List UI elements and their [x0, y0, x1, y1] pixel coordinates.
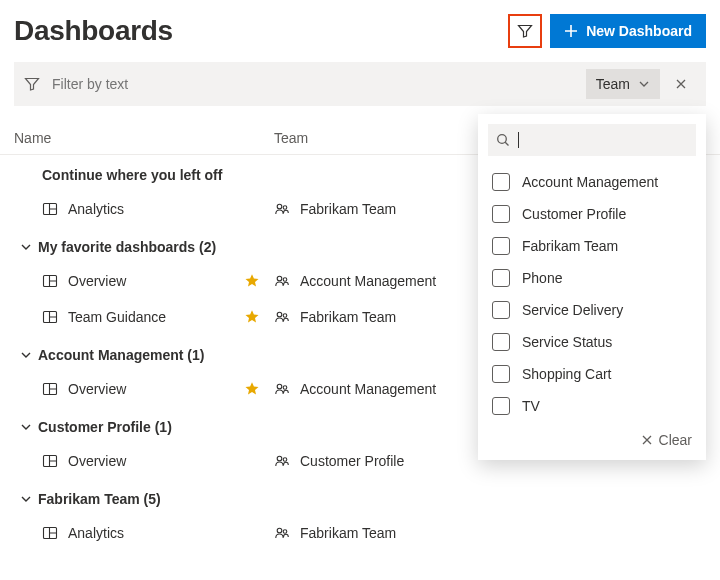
team-name: Account Management [300, 381, 436, 397]
svg-point-18 [498, 135, 507, 144]
dashboard-name: Analytics [68, 525, 124, 541]
option-label: Account Management [522, 174, 658, 190]
chevron-down-icon [20, 349, 32, 361]
close-icon [675, 78, 687, 90]
dashboard-name: Team Guidance [68, 309, 166, 325]
close-icon [641, 434, 653, 446]
team-icon [274, 309, 290, 325]
group-label: Customer Profile (1) [38, 419, 172, 435]
checkbox[interactable] [492, 301, 510, 319]
team-filter-dropdown[interactable]: Team [586, 69, 660, 99]
column-header-name[interactable]: Name [14, 130, 274, 146]
dashboard-icon [42, 525, 58, 541]
dashboard-team-cell: Fabrikam Team [274, 201, 396, 217]
new-dashboard-label: New Dashboard [586, 23, 692, 39]
option-label: Phone [522, 270, 562, 286]
filter-text-area[interactable] [24, 75, 586, 93]
option-label: Fabrikam Team [522, 238, 618, 254]
dashboard-team-cell: Fabrikam Team [274, 525, 396, 541]
star-icon[interactable] [244, 381, 260, 397]
checkbox[interactable] [492, 269, 510, 287]
funnel-icon [24, 76, 40, 92]
option-label: Shopping Cart [522, 366, 612, 382]
team-icon [274, 273, 290, 289]
team-filter-clear-button[interactable]: Clear [478, 422, 706, 454]
team-name: Fabrikam Team [300, 309, 396, 325]
group-label: Fabrikam Team (5) [38, 491, 161, 507]
checkbox[interactable] [492, 173, 510, 191]
option-label: TV [522, 398, 540, 414]
dashboard-name-cell: Analytics [42, 201, 274, 217]
new-dashboard-button[interactable]: New Dashboard [550, 14, 706, 48]
svg-point-2 [283, 206, 287, 210]
filter-toggle-button[interactable] [508, 14, 542, 48]
svg-point-14 [283, 458, 287, 462]
team-filter-panel: Account ManagementCustomer ProfileFabrik… [478, 114, 706, 460]
filter-close-button[interactable] [666, 69, 696, 99]
dashboard-name: Analytics [68, 201, 124, 217]
option-label: Service Delivery [522, 302, 623, 318]
dashboard-name-cell: Overview [42, 381, 274, 397]
dashboard-name-cell: Team Guidance [42, 309, 274, 325]
dashboard-name: Overview [68, 381, 126, 397]
checkbox[interactable] [492, 397, 510, 415]
svg-point-11 [283, 386, 287, 390]
group-header[interactable]: Fabrikam Team (5) [14, 479, 706, 515]
checkbox[interactable] [492, 333, 510, 351]
dashboard-icon [42, 201, 58, 217]
team-filter-option[interactable]: Fabrikam Team [478, 230, 706, 262]
team-filter-search[interactable] [488, 124, 696, 156]
svg-point-4 [277, 276, 282, 281]
svg-point-10 [277, 384, 282, 389]
star-icon[interactable] [244, 309, 260, 325]
team-filter-option[interactable]: Account Management [478, 166, 706, 198]
filter-bar: Team [14, 62, 706, 106]
team-filter-option[interactable]: Customer Profile [478, 198, 706, 230]
dashboard-team-cell: Customer Profile [274, 453, 404, 469]
dashboard-team-cell: Account Management [274, 381, 436, 397]
filter-text-input[interactable] [50, 75, 229, 93]
group-label: My favorite dashboards (2) [38, 239, 216, 255]
team-filter-option[interactable]: TV [478, 390, 706, 422]
svg-point-1 [277, 204, 282, 209]
team-filter-label: Team [596, 76, 630, 92]
dashboard-icon [42, 381, 58, 397]
dashboard-name-cell: Overview [42, 453, 274, 469]
svg-point-16 [277, 528, 282, 533]
search-icon [496, 133, 510, 147]
team-icon [274, 453, 290, 469]
dashboard-team-cell: Account Management [274, 273, 436, 289]
team-name: Account Management [300, 273, 436, 289]
group-label: Account Management (1) [38, 347, 204, 363]
checkbox[interactable] [492, 205, 510, 223]
star-icon[interactable] [244, 273, 260, 289]
chevron-down-icon [638, 78, 650, 90]
option-label: Service Status [522, 334, 612, 350]
svg-point-8 [283, 314, 287, 318]
chevron-down-icon [20, 241, 32, 253]
checkbox[interactable] [492, 237, 510, 255]
svg-point-5 [283, 278, 287, 282]
team-name: Fabrikam Team [300, 525, 396, 541]
dashboard-icon [42, 453, 58, 469]
team-name: Fabrikam Team [300, 201, 396, 217]
group-label: Continue where you left off [42, 167, 222, 183]
dashboard-team-cell: Fabrikam Team [274, 309, 396, 325]
checkbox[interactable] [492, 365, 510, 383]
page-title: Dashboards [14, 15, 173, 47]
dashboard-name: Overview [68, 273, 126, 289]
clear-label: Clear [659, 432, 692, 448]
plus-icon [564, 24, 578, 38]
funnel-icon [517, 23, 533, 39]
dashboard-row[interactable]: AnalyticsFabrikam Team [14, 515, 706, 551]
dashboard-name-cell: Analytics [42, 525, 274, 541]
option-label: Customer Profile [522, 206, 626, 222]
team-filter-option[interactable]: Shopping Cart [478, 358, 706, 390]
team-filter-option[interactable]: Service Delivery [478, 294, 706, 326]
team-filter-option[interactable]: Service Status [478, 326, 706, 358]
team-icon [274, 525, 290, 541]
team-filter-option[interactable]: Phone [478, 262, 706, 294]
dashboard-name: Overview [68, 453, 126, 469]
chevron-down-icon [20, 493, 32, 505]
team-icon [274, 201, 290, 217]
